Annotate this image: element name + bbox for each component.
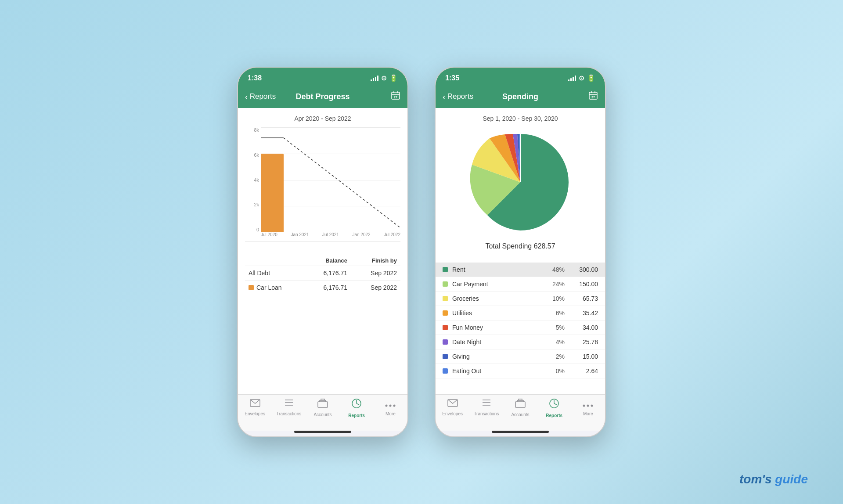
giving-color: [443, 354, 448, 359]
envelopes-icon-1: [250, 398, 260, 410]
tab-label-more-1: More: [385, 411, 396, 416]
pie-chart: [465, 127, 575, 237]
tab-bar-1: Envelopes Transactions: [238, 394, 407, 431]
phone-debt-progress: 1:38 ⊙ 🔋 ‹ Reports Debt Progress: [237, 67, 408, 437]
accounts-icon-1: [317, 398, 328, 410]
svg-line-14: [357, 403, 359, 405]
giving-pct: 2%: [547, 353, 565, 360]
car-loan-color: [249, 285, 254, 290]
svg-text:27: 27: [591, 96, 595, 99]
spending-row-groceries[interactable]: Groceries 10% 65.73: [436, 292, 605, 306]
rent-color: [443, 267, 448, 272]
back-label-2: Reports: [447, 92, 474, 101]
col-finish: Finish by: [351, 256, 400, 266]
home-indicator-2: [492, 431, 549, 433]
svg-point-34: [591, 405, 593, 407]
svg-point-15: [385, 405, 388, 407]
tab-transactions-2[interactable]: Transactions: [469, 398, 503, 420]
tab-label-envelopes-1: Envelopes: [245, 411, 265, 416]
x-label-jan2021: Jan 2021: [291, 232, 309, 241]
calendar-button-1[interactable]: 27: [391, 90, 400, 103]
signal-icon-1: [371, 75, 378, 81]
reports-icon-1: [351, 398, 362, 411]
back-button-1[interactable]: ‹ Reports: [245, 92, 276, 101]
tab-label-transactions-2: Transactions: [474, 411, 499, 416]
tab-envelopes-1[interactable]: Envelopes: [238, 398, 272, 420]
tab-reports-2[interactable]: Reports: [537, 398, 571, 420]
spending-row-eating[interactable]: Eating Out 0% 2.64: [436, 364, 605, 378]
x-label-jul2020: Jul 2020: [261, 232, 277, 241]
spending-row-utilities[interactable]: Utilities 6% 35.42: [436, 306, 605, 320]
utilities-name: Utilities: [452, 310, 547, 317]
eating-name: Eating Out: [452, 367, 547, 374]
x-label-jan2022: Jan 2022: [352, 232, 370, 241]
tab-envelopes-2[interactable]: Envelopes: [436, 398, 469, 420]
spending-row-date[interactable]: Date Night 4% 25.78: [436, 335, 605, 349]
table-row-all-debt: All Debt 6,176.71 Sep 2022: [245, 266, 400, 281]
tab-accounts-1[interactable]: Accounts: [306, 398, 339, 420]
spending-section: Sep 1, 2020 - Sep 30, 2020: [436, 108, 605, 263]
tab-reports-1[interactable]: Reports: [340, 398, 374, 420]
x-label-jul2022: Jul 2022: [384, 232, 400, 241]
reports-icon-2: [549, 398, 559, 411]
tab-label-reports-2: Reports: [546, 413, 562, 418]
rent-name: Rent: [452, 266, 547, 273]
y-labels-1: 8k 6k 4k 2k 0: [245, 127, 259, 232]
car-loan-finish: Sep 2022: [351, 281, 400, 295]
chart-area-1: 8k 6k 4k 2k 0: [245, 127, 400, 241]
calendar-button-2[interactable]: 27: [588, 90, 598, 103]
debt-table: Balance Finish by All Debt 6,176.71 Sep …: [245, 256, 400, 295]
tab-label-reports-1: Reports: [348, 413, 365, 418]
col-name: [245, 256, 305, 266]
pie-chart-svg: [465, 127, 575, 237]
spending-row-car[interactable]: Car Payment 24% 150.00: [436, 277, 605, 292]
content-2: Sep 1, 2020 - Sep 30, 2020: [436, 108, 605, 394]
tab-label-envelopes-2: Envelopes: [442, 411, 463, 416]
spending-row-giving[interactable]: Giving 2% 15.00: [436, 349, 605, 364]
home-indicator-1: [294, 431, 351, 433]
utilities-pct: 6%: [547, 310, 565, 317]
status-time-1: 1:38: [248, 74, 262, 82]
spending-row-fun[interactable]: Fun Money 5% 34.00: [436, 320, 605, 335]
tab-label-transactions-1: Transactions: [276, 411, 301, 416]
eating-color: [443, 368, 448, 374]
date-color: [443, 339, 448, 345]
svg-line-6: [284, 138, 400, 228]
y-label-6k: 6k: [254, 152, 259, 158]
car-loan-label: Car Loan: [245, 281, 305, 295]
tab-label-accounts-1: Accounts: [313, 412, 331, 417]
car-name: Car Payment: [452, 281, 547, 288]
chart-section-1: Apr 2020 - Sep 2022 8k 6k 4k 2k 0: [238, 108, 407, 248]
watermark: tom's guide: [739, 472, 808, 486]
debt-table-section: Balance Finish by All Debt 6,176.71 Sep …: [238, 248, 407, 302]
date-name: Date Night: [452, 338, 547, 346]
battery-icon-1: 🔋: [389, 74, 398, 82]
svg-point-17: [393, 405, 396, 407]
date-pct: 4%: [547, 338, 565, 346]
rent-pct: 48%: [547, 266, 565, 273]
nav-title-2: Spending: [502, 92, 538, 101]
back-label-1: Reports: [250, 92, 276, 101]
tab-more-1[interactable]: More: [374, 398, 407, 420]
svg-point-32: [583, 405, 585, 407]
svg-rect-11: [318, 402, 328, 407]
tab-accounts-2[interactable]: Accounts: [503, 398, 537, 420]
tab-transactions-1[interactable]: Transactions: [272, 398, 306, 420]
chart-canvas-1: [261, 127, 400, 232]
giving-name: Giving: [452, 353, 547, 360]
tab-more-2[interactable]: More: [571, 398, 605, 420]
accounts-icon-2: [515, 398, 526, 410]
transactions-icon-1: [284, 398, 294, 410]
x-labels-1: Jul 2020 Jan 2021 Jul 2021 Jan 2022 Jul …: [261, 232, 400, 241]
rent-amount: 300.00: [572, 266, 598, 273]
trend-line: [261, 127, 400, 232]
total-spending-label: Total Spending 628.57: [485, 242, 555, 250]
status-icons-2: ⊙ 🔋: [568, 74, 595, 82]
svg-point-16: [389, 405, 392, 407]
back-button-2[interactable]: ‹ Reports: [443, 92, 473, 101]
signal-icon-2: [568, 75, 576, 81]
spending-row-rent[interactable]: Rent 48% 300.00: [436, 263, 605, 277]
status-bar-1: 1:38 ⊙ 🔋: [238, 68, 407, 87]
wifi-icon-1: ⊙: [381, 74, 387, 82]
car-loan-balance: 6,176.71: [305, 281, 351, 295]
